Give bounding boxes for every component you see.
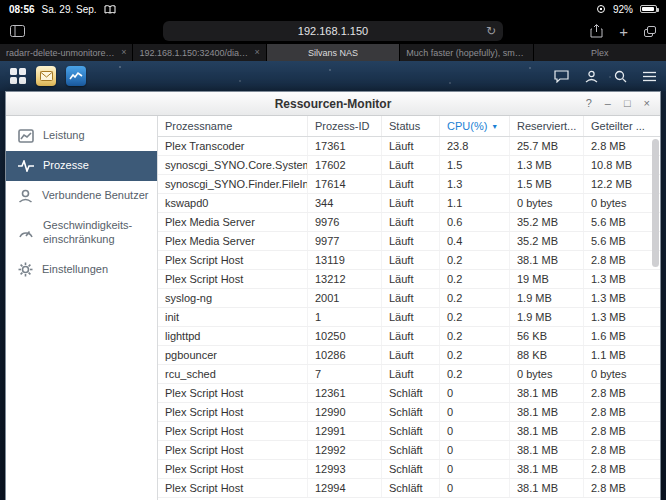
reload-icon[interactable]: ↻ bbox=[486, 25, 496, 37]
cell-reservierter-speicher: 38.1 MB bbox=[510, 251, 584, 269]
cell-status: Läuft bbox=[382, 232, 440, 250]
table-row[interactable]: Plex Script Host 12991 Schläft 0 38.1 MB… bbox=[158, 422, 660, 441]
cell-cpu: 0.2 bbox=[440, 289, 510, 307]
cell-geteilter-speicher: 1.6 MB bbox=[584, 327, 660, 345]
table-body: Plex Transcoder 17361 Läuft 23.8 25.7 MB… bbox=[158, 137, 660, 498]
cell-cpu: 0.2 bbox=[440, 270, 510, 288]
column-header-reservierter-speicher[interactable]: Reserviert... bbox=[510, 116, 584, 136]
column-header-prozess-id[interactable]: Prozess-ID bbox=[308, 116, 382, 136]
cell-prozessname: pgbouncer bbox=[158, 346, 308, 364]
battery-icon bbox=[640, 5, 657, 13]
resource-monitor-window: Ressourcen-Monitor ? – □ × Leistung bbox=[5, 91, 661, 500]
browser-tab[interactable]: Much faster (hopefully), smalle... bbox=[400, 44, 533, 61]
tab-close-icon[interactable]: × bbox=[121, 48, 126, 57]
speed-limit-icon bbox=[18, 226, 34, 239]
resource-monitor-app-icon[interactable] bbox=[66, 66, 86, 86]
table-row[interactable]: init 1 Läuft 0.2 1.9 MB 1.3 MB bbox=[158, 308, 660, 327]
cell-status: Läuft bbox=[382, 327, 440, 345]
search-icon[interactable] bbox=[614, 70, 627, 83]
column-header-status[interactable]: Status bbox=[382, 116, 440, 136]
table-row[interactable]: Plex Script Host 12992 Schläft 0 38.1 MB… bbox=[158, 441, 660, 460]
cell-geteilter-speicher: 1.3 MB bbox=[584, 270, 660, 288]
cell-cpu: 0 bbox=[440, 403, 510, 421]
window-title: Ressourcen-Monitor bbox=[6, 92, 660, 115]
new-tab-icon[interactable]: + bbox=[619, 24, 628, 39]
cell-reservierter-speicher: 88 KB bbox=[510, 346, 584, 364]
sidebar-item-einstellungen[interactable]: Einstellungen bbox=[6, 254, 157, 285]
sidebar-item-prozesse[interactable]: Prozesse bbox=[6, 151, 157, 181]
cell-prozess-id: 344 bbox=[308, 194, 382, 212]
table-row[interactable]: syslog-ng 2001 Läuft 0.2 1.9 MB 1.3 MB bbox=[158, 289, 660, 308]
browser-tab[interactable]: 192.168.1.150:32400/diagnosti... × bbox=[133, 44, 266, 61]
cell-status: Schläft bbox=[382, 460, 440, 478]
table-row[interactable]: lighttpd 10250 Läuft 0.2 56 KB 1.6 MB bbox=[158, 327, 660, 346]
cell-status: Läuft bbox=[382, 308, 440, 326]
table-row[interactable]: rcu_sched 7 Läuft 0.2 0 bytes 0 bytes bbox=[158, 365, 660, 384]
close-icon[interactable]: × bbox=[644, 98, 650, 109]
table-row[interactable]: synoscgi_SYNO.Core.System... 17602 Läuft… bbox=[158, 156, 660, 175]
column-header-geteilter-speicher[interactable]: Geteilter ... bbox=[584, 116, 660, 136]
cell-prozessname: kswapd0 bbox=[158, 194, 308, 212]
sidebar-item-verbundene-benutzer[interactable]: Verbundene Benutzer bbox=[6, 181, 157, 211]
main-menu-icon[interactable] bbox=[10, 68, 26, 84]
table-row[interactable]: Plex Transcoder 17361 Läuft 23.8 25.7 MB… bbox=[158, 137, 660, 156]
cell-cpu: 0 bbox=[440, 479, 510, 497]
screen: 08:56 Sa. 29. Sep. 92% 192.168.1.150 ↻ bbox=[0, 0, 666, 500]
share-icon[interactable] bbox=[590, 24, 603, 38]
column-header-cpu[interactable]: CPU(%) ▼ bbox=[440, 116, 510, 136]
cell-geteilter-speicher: 2.8 MB bbox=[584, 460, 660, 478]
cell-prozessname: Plex Script Host bbox=[158, 251, 308, 269]
cell-prozessname: Plex Script Host bbox=[158, 403, 308, 421]
table-row[interactable]: Plex Script Host 12994 Schläft 0 38.1 MB… bbox=[158, 479, 660, 498]
tab-overview-icon[interactable] bbox=[644, 26, 656, 37]
cell-geteilter-speicher: 2.8 MB bbox=[584, 441, 660, 459]
sidebar-toggle-icon[interactable] bbox=[10, 25, 25, 37]
rotation-lock-icon bbox=[596, 4, 606, 14]
address-bar[interactable]: 192.168.1.150 ↻ bbox=[163, 21, 503, 41]
cell-reservierter-speicher: 0 bytes bbox=[510, 365, 584, 383]
window-titlebar[interactable]: Ressourcen-Monitor ? – □ × bbox=[6, 92, 660, 116]
cell-status: Läuft bbox=[382, 175, 440, 193]
sidebar-item-leistung[interactable]: Leistung bbox=[6, 121, 157, 151]
table-row[interactable]: Plex Script Host 13212 Läuft 0.2 19 MB 1… bbox=[158, 270, 660, 289]
widgets-icon[interactable] bbox=[643, 71, 656, 82]
help-icon[interactable]: ? bbox=[586, 98, 592, 109]
table-row[interactable]: pgbouncer 10286 Läuft 0.2 88 KB 1.1 MB bbox=[158, 346, 660, 365]
browser-tab[interactable]: Plex bbox=[534, 44, 666, 61]
table-row[interactable]: Plex Script Host 12993 Schläft 0 38.1 MB… bbox=[158, 460, 660, 479]
browser-tab-active[interactable]: Silvans NAS bbox=[267, 44, 400, 61]
browser-tab[interactable]: radarr-delete-unmonitored.sh -... × bbox=[0, 44, 133, 61]
cell-reservierter-speicher: 56 KB bbox=[510, 327, 584, 345]
table-row[interactable]: Plex Media Server 9977 Läuft 0.4 35.2 MB… bbox=[158, 232, 660, 251]
maximize-icon[interactable]: □ bbox=[624, 98, 631, 109]
cell-reservierter-speicher: 38.1 MB bbox=[510, 460, 584, 478]
table-row[interactable]: Plex Script Host 12990 Schläft 0 38.1 MB… bbox=[158, 403, 660, 422]
clock: 08:56 bbox=[9, 4, 35, 15]
pulse-icon bbox=[18, 160, 34, 172]
gear-icon bbox=[18, 262, 33, 277]
minimize-icon[interactable]: – bbox=[605, 98, 611, 109]
sidebar-item-geschwindigkeitseinschraenkung[interactable]: Geschwindigkeits-einschränkung bbox=[6, 211, 157, 255]
cell-prozessname: Plex Script Host bbox=[158, 270, 308, 288]
vertical-scrollbar[interactable] bbox=[650, 138, 659, 500]
chat-icon[interactable] bbox=[554, 70, 569, 83]
table-row[interactable]: Plex Script Host 12361 Schläft 0 38.1 MB… bbox=[158, 384, 660, 403]
cell-geteilter-speicher: 0 bytes bbox=[584, 194, 660, 212]
cell-prozessname: Plex Script Host bbox=[158, 441, 308, 459]
table-row[interactable]: synoscgi_SYNO.Finder.FileIn... 17614 Läu… bbox=[158, 175, 660, 194]
table-row[interactable]: Plex Media Server 9976 Läuft 0.6 35.2 MB… bbox=[158, 213, 660, 232]
user-icon[interactable] bbox=[585, 70, 598, 83]
cell-reservierter-speicher: 25.7 MB bbox=[510, 137, 584, 155]
cell-status: Schläft bbox=[382, 422, 440, 440]
mail-app-icon[interactable] bbox=[36, 66, 56, 86]
scrollbar-thumb[interactable] bbox=[652, 139, 659, 267]
column-header-prozessname[interactable]: Prozessname bbox=[158, 116, 308, 136]
cell-geteilter-speicher: 2.8 MB bbox=[584, 403, 660, 421]
tab-close-icon[interactable]: × bbox=[255, 48, 260, 57]
table-row[interactable]: kswapd0 344 Läuft 1.1 0 bytes 0 bytes bbox=[158, 194, 660, 213]
cell-geteilter-speicher: 2.8 MB bbox=[584, 251, 660, 269]
ipad-status-bar: 08:56 Sa. 29. Sep. 92% bbox=[0, 0, 666, 18]
cell-cpu: 0 bbox=[440, 460, 510, 478]
cell-reservierter-speicher: 0 bytes bbox=[510, 194, 584, 212]
table-row[interactable]: Plex Script Host 13119 Läuft 0.2 38.1 MB… bbox=[158, 251, 660, 270]
